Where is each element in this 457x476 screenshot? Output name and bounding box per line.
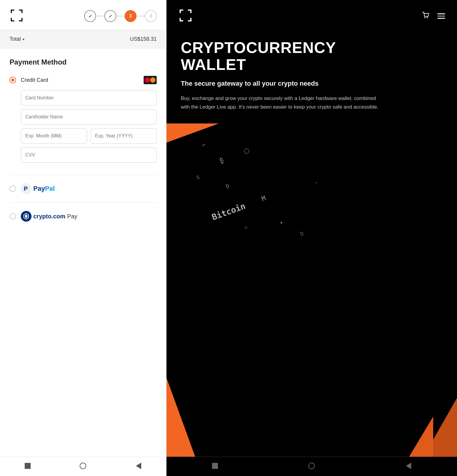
radio-inner xyxy=(11,79,14,82)
symbol-arrow: ◁ xyxy=(243,224,248,231)
left-nav-circle-icon xyxy=(80,463,86,469)
payment-method-title: Payment Method xyxy=(10,58,157,66)
right-panel: CRYPTOCURRENCY WALLET The secure gateway… xyxy=(167,0,457,476)
crypto-com-logo: crypto.com Pay xyxy=(21,211,77,222)
right-nav-back-btn[interactable] xyxy=(404,462,413,470)
left-nav-square-icon xyxy=(25,463,31,469)
symbol-star: ✦ xyxy=(278,218,284,226)
symbol-m: M xyxy=(260,194,267,203)
right-nav-circle-icon xyxy=(308,463,315,469)
paypal-logo: P PayPal xyxy=(21,183,55,194)
right-header xyxy=(167,0,457,30)
crypto-com-icon xyxy=(21,211,32,222)
cvv-input[interactable] xyxy=(21,147,157,163)
right-nav-icons xyxy=(421,11,445,21)
symbol-1: ⌐ xyxy=(201,141,207,149)
total-text: Total xyxy=(10,36,21,42)
divider-1 xyxy=(10,175,157,175)
step-line-3 xyxy=(136,16,145,16)
symbol-corner: ⌐ xyxy=(314,180,319,186)
step-1: ✓ xyxy=(84,10,96,22)
svg-rect-20 xyxy=(188,20,191,21)
left-nav-circle-btn[interactable] xyxy=(79,462,87,470)
symbol-d: D xyxy=(225,183,230,190)
symbol-bitcoin-text: Bitcoin xyxy=(211,201,247,222)
right-logo xyxy=(178,8,193,24)
paypal-option[interactable]: P PayPal xyxy=(10,183,157,194)
left-header: ✓ ✓ 3 4 xyxy=(0,0,166,30)
left-nav-square-btn[interactable] xyxy=(23,462,32,470)
symbol-eth: ⬡ xyxy=(243,146,250,155)
mc-circle-right xyxy=(150,77,156,83)
svg-text:P: P xyxy=(24,185,28,192)
left-nav-triangle-icon xyxy=(136,463,141,469)
right-nav-square-icon xyxy=(212,463,218,469)
title-line-1: CRYPTOCURRENCY xyxy=(181,39,443,56)
svg-rect-5 xyxy=(11,20,14,21)
step-3: 3 xyxy=(125,10,136,22)
symbol-bitcoin-icon: ₿ xyxy=(219,156,225,165)
total-chevron: ▾ xyxy=(23,37,24,41)
svg-point-22 xyxy=(427,17,428,18)
hamburger-line-3 xyxy=(437,18,445,19)
step-2: ✓ xyxy=(104,10,116,22)
crypto-wallet-title: CRYPTOCURRENCY WALLET xyxy=(181,39,443,73)
crypto-com-option[interactable]: crypto.com Pay xyxy=(10,211,157,222)
step-line-1 xyxy=(96,16,104,16)
left-bottom-nav xyxy=(0,457,166,476)
title-line-2: WALLET xyxy=(181,56,443,73)
svg-rect-1 xyxy=(11,10,12,13)
hero-image-area: ⌐ ₿ ⬡ $ D M Bitcoin ✦ D ⌐ ◁ xyxy=(167,123,457,476)
right-nav-circle-btn[interactable] xyxy=(307,462,316,470)
svg-rect-3 xyxy=(21,10,23,13)
total-label: Total ▾ xyxy=(10,36,24,42)
step-indicator: ✓ ✓ 3 4 xyxy=(84,10,157,22)
credit-card-radio[interactable] xyxy=(10,77,16,83)
right-content: CRYPTOCURRENCY WALLET The secure gateway… xyxy=(167,30,457,112)
symbols-layer: ⌐ ₿ ⬡ $ D M Bitcoin ✦ D ⌐ ◁ xyxy=(167,123,457,476)
total-amount: US$158.31 xyxy=(130,36,157,42)
svg-rect-18 xyxy=(180,20,183,21)
svg-rect-7 xyxy=(19,20,23,21)
left-nav-back-btn[interactable] xyxy=(134,462,143,470)
left-content: Payment Method Credit Card xyxy=(0,48,166,457)
expiry-row xyxy=(21,128,157,144)
paypal-radio[interactable] xyxy=(10,185,16,192)
card-form xyxy=(21,90,157,166)
right-bottom-nav xyxy=(167,457,457,476)
card-number-input[interactable] xyxy=(21,90,157,106)
right-nav-triangle-icon xyxy=(406,463,411,469)
crypto-subtitle: The secure gateway to all your crypto ne… xyxy=(181,79,443,88)
hamburger-line-1 xyxy=(437,13,445,14)
mc-circle-left xyxy=(145,77,150,83)
crypto-com-label: crypto.com xyxy=(33,213,65,220)
crypto-com-radio[interactable] xyxy=(10,213,16,220)
step-line-2 xyxy=(116,16,125,16)
cardholder-name-input[interactable] xyxy=(21,109,157,125)
crypto-description: Buy, exchange and grow your crypto secur… xyxy=(181,94,383,112)
step-4: 4 xyxy=(145,10,157,22)
credit-card-label: Credit Card xyxy=(21,77,48,83)
total-bar[interactable]: Total ▾ US$158.31 xyxy=(0,30,166,48)
hamburger-line-2 xyxy=(437,16,445,17)
left-logo xyxy=(10,8,24,24)
symbol-d2: D xyxy=(299,230,304,237)
paypal-icon: P xyxy=(21,183,32,194)
paypal-pay-text: PayPal xyxy=(33,185,55,192)
svg-rect-14 xyxy=(180,10,181,13)
right-nav-square-btn[interactable] xyxy=(211,462,219,470)
credit-card-section: Credit Card xyxy=(10,76,157,166)
left-panel: ✓ ✓ 3 4 Total ▾ US$158.31 Paym xyxy=(0,0,167,476)
symbol-dollar: $ xyxy=(195,174,200,181)
mastercard-icon xyxy=(144,76,157,84)
svg-point-21 xyxy=(424,17,425,18)
credit-card-label-row: Credit Card xyxy=(10,77,48,83)
exp-year-input[interactable] xyxy=(91,128,157,144)
crypto-pay-label: Pay xyxy=(67,213,77,220)
exp-month-input[interactable] xyxy=(21,128,87,144)
divider-2 xyxy=(10,202,157,203)
credit-card-header: Credit Card xyxy=(10,76,157,84)
hamburger-menu-icon[interactable] xyxy=(437,13,445,19)
cart-icon[interactable] xyxy=(421,11,430,21)
svg-rect-16 xyxy=(190,10,191,13)
